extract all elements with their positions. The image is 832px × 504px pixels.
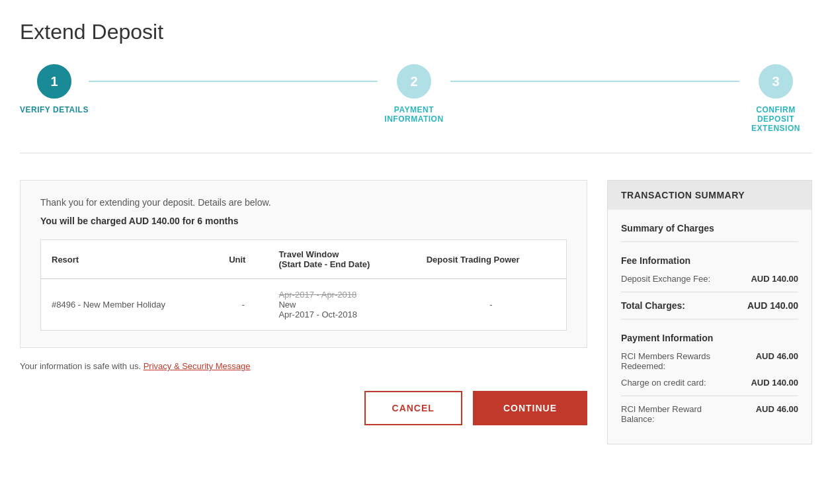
- fee-value: AUD 140.00: [751, 274, 798, 284]
- rewards-label: RCI Members Rewards Redeemed:: [621, 351, 727, 371]
- new-dates: Apr-2017 - Oct-2018: [278, 310, 405, 319]
- col-resort: Resort: [41, 240, 219, 279]
- step-2: 2 PAYMENT INFORMATION: [378, 64, 450, 124]
- new-label: New: [278, 300, 405, 310]
- step-connector-2: [450, 81, 739, 82]
- cancel-button[interactable]: CANCEL: [364, 391, 462, 425]
- step-2-label: PAYMENT INFORMATION: [378, 105, 450, 124]
- intro-text: Thank you for extending your deposit. De…: [40, 197, 567, 208]
- total-value: AUD 140.00: [747, 300, 798, 311]
- col-trading-power: Deposit Trading Power: [416, 240, 567, 279]
- total-label: Total Charges:: [621, 300, 685, 311]
- step-connector-1: [89, 81, 378, 82]
- step-1-label: VERIFY DETAILS: [20, 105, 89, 114]
- table-row: #8496 - New Member Holiday - Apr-2017 - …: [41, 279, 567, 331]
- divider-3: [621, 319, 798, 319]
- cell-travel-window: Apr-2017 - Apr-2018 New Apr-2017 - Oct-2…: [268, 279, 415, 331]
- rewards-row: RCI Members Rewards Redeemed: AUD 46.00: [621, 351, 798, 371]
- balance-value: AUD 46.00: [756, 404, 798, 414]
- main-content: Thank you for extending your deposit. De…: [20, 180, 812, 444]
- divider-2: [621, 292, 798, 292]
- credit-row: Charge on credit card: AUD 140.00: [621, 378, 798, 388]
- step-1: 1 VERIFY DETAILS: [20, 64, 89, 114]
- transaction-summary: TRANSACTION SUMMARY Summary of Charges F…: [607, 180, 812, 444]
- step-1-circle: 1: [37, 64, 71, 99]
- right-panel: TRANSACTION SUMMARY Summary of Charges F…: [607, 180, 812, 444]
- balance-label: RCI Member Reward Balance:: [621, 404, 727, 424]
- info-box: Thank you for extending your deposit. De…: [20, 180, 587, 348]
- col-travel-window: Travel Window (Start Date - End Date): [268, 240, 415, 279]
- cell-unit: -: [218, 279, 268, 331]
- balance-row: RCI Member Reward Balance: AUD 46.00: [621, 404, 798, 424]
- privacy-text: Your information is safe with us.: [20, 361, 141, 371]
- fee-label: Deposit Exchange Fee:: [621, 274, 710, 284]
- table-header-row: Resort Unit Travel Window (Start Date - …: [41, 240, 567, 279]
- rewards-value: AUD 46.00: [756, 351, 798, 361]
- continue-button[interactable]: CONTINUE: [473, 391, 587, 425]
- step-3: 3 CONFIRM DEPOSIT EXTENSION: [739, 64, 812, 133]
- total-row: Total Charges: AUD 140.00: [621, 300, 798, 311]
- step-3-circle: 3: [759, 64, 793, 99]
- fee-section-title: Fee Information: [621, 255, 798, 266]
- button-row: CANCEL CONTINUE: [20, 391, 587, 425]
- page-wrapper: Extend Deposit 1 VERIFY DETAILS 2 PAYMEN…: [0, 0, 832, 471]
- left-panel: Thank you for extending your deposit. De…: [20, 180, 587, 425]
- ts-header: TRANSACTION SUMMARY: [608, 181, 811, 210]
- col-unit: Unit: [218, 240, 268, 279]
- fee-row: Deposit Exchange Fee: AUD 140.00: [621, 274, 798, 284]
- page-title: Extend Deposit: [20, 20, 812, 44]
- payment-section-title: Payment Information: [621, 333, 798, 343]
- charge-text: You will be charged AUD 140.00 for 6 mon…: [40, 216, 567, 226]
- old-dates: Apr-2017 - Apr-2018: [278, 290, 356, 300]
- deposit-table: Resort Unit Travel Window (Start Date - …: [40, 239, 567, 331]
- step-2-circle: 2: [397, 64, 431, 99]
- cell-trading-power: -: [416, 279, 567, 331]
- cell-resort: #8496 - New Member Holiday: [41, 279, 219, 331]
- ts-body: Summary of Charges Fee Information Depos…: [608, 223, 811, 444]
- stepper: 1 VERIFY DETAILS 2 PAYMENT INFORMATION 3…: [20, 64, 812, 153]
- credit-label: Charge on credit card:: [621, 378, 706, 388]
- privacy-row: Your information is safe with us. Privac…: [20, 361, 587, 371]
- summary-title: Summary of Charges: [621, 223, 798, 233]
- credit-value: AUD 140.00: [751, 378, 798, 388]
- privacy-link[interactable]: Privacy & Security Message: [144, 361, 251, 371]
- divider-4: [621, 396, 798, 396]
- divider-1: [621, 241, 798, 242]
- step-3-label: CONFIRM DEPOSIT EXTENSION: [739, 105, 812, 133]
